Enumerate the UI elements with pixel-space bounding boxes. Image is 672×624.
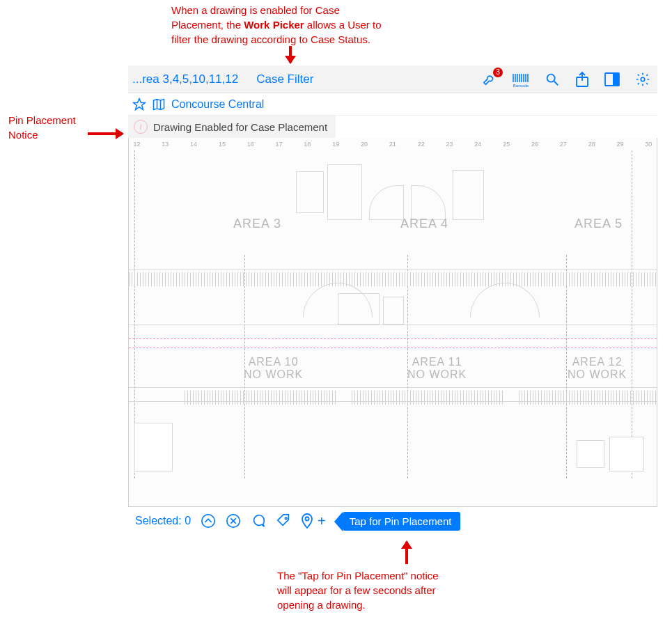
ruler-tick: 14: [187, 141, 200, 148]
star-icon[interactable]: [132, 98, 146, 111]
annot-bot-line2: will appear for a few seconds after: [277, 584, 436, 596]
area-label-4: AREA 4: [400, 217, 448, 231]
ruler-tick: 16: [244, 141, 257, 148]
annot-top-line2-bold: Work Picker: [244, 19, 304, 31]
area-label-12-sub: NO WORK: [568, 368, 627, 381]
subheader: Concourse Central: [128, 93, 657, 116]
toolbar: ...rea 3,4,5,10,11,12 Case Filter 3 Barc…: [128, 65, 657, 93]
pin-placement-callout: Tap for Pin Placement: [343, 512, 460, 531]
info-icon: i: [134, 120, 148, 134]
drawing-title[interactable]: Concourse Central: [171, 98, 264, 111]
arrow-up-bottom: [405, 542, 408, 564]
barcode-icon[interactable]: Barcode: [513, 74, 529, 85]
annotation-left: Pin Placement Notice: [8, 113, 92, 142]
svg-marker-14: [134, 98, 146, 109]
ruler-tick: 12: [130, 141, 143, 148]
ruler-tick: 24: [471, 141, 484, 148]
ruler-tick: 26: [529, 141, 541, 148]
ruler-tick: 15: [216, 141, 228, 148]
annot-top-line2-post: allows a User to: [304, 19, 382, 31]
svg-point-13: [641, 77, 645, 81]
ruler-tick: 23: [444, 141, 456, 148]
drawing-canvas[interactable]: 12 13 14 15 16 17 18 19 20 21 22 23 24 2…: [128, 138, 657, 507]
ruler-tick: 13: [159, 141, 171, 148]
toolbar-left: ...rea 3,4,5,10,11,12 Case Filter: [132, 72, 313, 86]
ruler-tick: 18: [301, 141, 313, 148]
annot-top-line2-pre: Placement, the: [171, 19, 244, 31]
svg-point-19: [285, 517, 287, 520]
search-icon[interactable]: [545, 72, 560, 87]
footer-bar: Selected: 0 + Tap for Pin Placement: [128, 507, 657, 535]
wrench-icon[interactable]: 3: [482, 72, 497, 87]
app-frame: ...rea 3,4,5,10,11,12 Case Filter 3 Barc…: [128, 65, 657, 536]
ruler-tick: 22: [415, 141, 428, 148]
ruler-tick: 20: [358, 141, 370, 148]
arrow-down-top: [289, 46, 292, 63]
share-icon[interactable]: [575, 71, 589, 88]
ruler-tick: 19: [329, 141, 342, 148]
area-label-5: AREA 5: [575, 217, 623, 231]
plan-area: AREA 3 AREA 4 AREA 5 AREA 10 NO WORK ARE…: [129, 150, 657, 506]
comment-icon[interactable]: [251, 513, 266, 529]
annotation-bottom: The "Tap for Pin Placement" notice will …: [277, 568, 528, 612]
annot-top-line1: When a drawing is enabled for Case: [171, 4, 340, 16]
selected-count[interactable]: Selected: 0: [135, 515, 191, 527]
plus-icon[interactable]: +: [318, 514, 326, 528]
ruler: 12 13 14 15 16 17 18 19 20 21 22 23 24 2…: [129, 138, 657, 149]
svg-point-20: [306, 517, 309, 521]
wrench-badge: 3: [493, 68, 503, 77]
map-icon[interactable]: [152, 98, 166, 111]
svg-rect-12: [613, 73, 619, 86]
panel-toggle-icon[interactable]: [604, 72, 620, 86]
annot-bot-line3: opening a drawing.: [277, 599, 366, 611]
ruler-tick: 17: [273, 141, 286, 148]
annot-left-line2: Notice: [8, 129, 38, 141]
notice-text: Drawing Enabled for Case Placement: [153, 121, 327, 133]
annot-top-line3: filter the drawing according to Case Sta…: [171, 33, 370, 45]
annot-left-line1: Pin Placement: [8, 114, 76, 126]
ruler-tick: 29: [614, 141, 626, 148]
notice-row: i Drawing Enabled for Case Placement: [128, 116, 657, 138]
pin-icon[interactable]: [301, 513, 313, 529]
area-label-11: AREA 11: [407, 356, 467, 368]
toolbar-icons: 3 Barcode: [482, 71, 650, 88]
area-label-10: AREA 10: [244, 356, 303, 368]
gear-icon[interactable]: [635, 72, 650, 87]
svg-line-9: [554, 81, 558, 85]
svg-point-8: [547, 74, 555, 81]
chevron-up-circle-icon[interactable]: [201, 513, 216, 529]
area-label-11-sub: NO WORK: [407, 368, 467, 381]
area-label-12: AREA 12: [568, 356, 627, 368]
back-button[interactable]: ...rea 3,4,5,10,11,12: [132, 72, 238, 86]
ruler-tick: 25: [500, 141, 513, 148]
case-filter-button[interactable]: Case Filter: [256, 72, 313, 86]
barcode-label: Barcode: [513, 84, 529, 88]
ruler-tick: 30: [642, 141, 655, 148]
pin-placement-notice: i Drawing Enabled for Case Placement: [128, 116, 336, 138]
area-label-3: AREA 3: [233, 217, 281, 231]
svg-point-15: [202, 515, 214, 527]
annot-bot-line1: The "Tap for Pin Placement" notice: [277, 570, 439, 582]
ruler-tick: 27: [557, 141, 570, 148]
annotation-top: When a drawing is enabled for Case Place…: [171, 3, 478, 47]
arrow-right-left-annot: [88, 132, 123, 135]
ruler-tick: 21: [386, 141, 399, 148]
tag-icon[interactable]: [276, 513, 291, 529]
area-label-10-sub: NO WORK: [244, 368, 303, 381]
ruler-tick: 28: [586, 141, 598, 148]
clear-circle-icon[interactable]: [226, 513, 241, 529]
